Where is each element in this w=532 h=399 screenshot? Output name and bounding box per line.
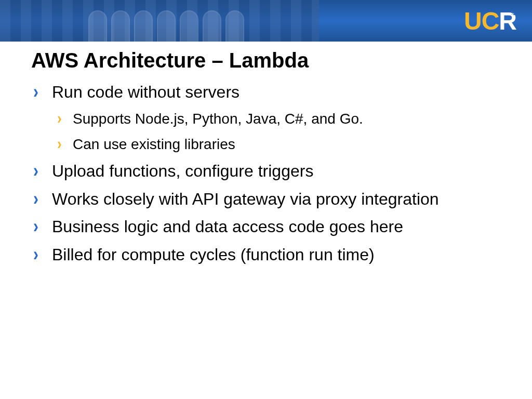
bullet-text: Billed for compute cycles (function run … bbox=[52, 245, 375, 264]
list-item: Run code without servers Supports Node.j… bbox=[49, 82, 501, 154]
bullet-text: Run code without servers bbox=[52, 83, 240, 101]
logo-uc: UC bbox=[464, 7, 499, 35]
list-item: Supports Node.js, Python, Java, C#, and … bbox=[72, 109, 501, 129]
list-item: Works closely with API gateway via proxy… bbox=[49, 189, 501, 210]
ucr-logo: UCR bbox=[464, 7, 516, 35]
logo-r: R bbox=[499, 7, 516, 35]
list-item: Billed for compute cycles (function run … bbox=[49, 244, 501, 266]
banner-arches bbox=[88, 0, 244, 42]
list-item: Business logic and data access code goes… bbox=[49, 216, 501, 238]
sub-bullet-text: Can use existing libraries bbox=[73, 136, 235, 152]
sub-bullet-text: Supports Node.js, Python, Java, C#, and … bbox=[73, 111, 363, 127]
bullet-list: Run code without servers Supports Node.j… bbox=[31, 82, 501, 265]
list-item: Upload functions, configure triggers bbox=[49, 161, 501, 182]
list-item: Can use existing libraries bbox=[72, 134, 501, 154]
bullet-text: Business logic and data access code goes… bbox=[52, 217, 403, 236]
bullet-text: Upload functions, configure triggers bbox=[52, 162, 313, 180]
slide-title: AWS Architecture – Lambda bbox=[31, 49, 501, 72]
header-banner: UCR bbox=[0, 0, 532, 42]
slide-content: AWS Architecture – Lambda Run code witho… bbox=[0, 42, 532, 265]
bullet-text: Works closely with API gateway via proxy… bbox=[52, 190, 439, 208]
sub-bullet-list: Supports Node.js, Python, Java, C#, and … bbox=[52, 109, 501, 154]
